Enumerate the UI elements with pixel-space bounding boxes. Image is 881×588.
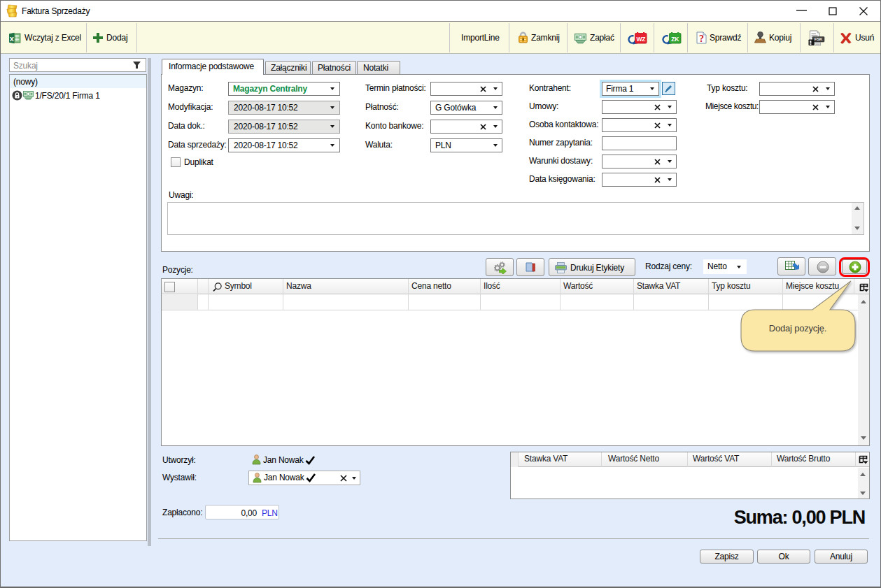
svg-text:FSK: FSK <box>815 37 823 41</box>
svg-text:Dodaj pozycję.: Dodaj pozycję. <box>769 323 826 334</box>
svg-text:?: ? <box>699 34 704 44</box>
svg-text:ZK: ZK <box>671 36 679 43</box>
svg-text:WZ: WZ <box>636 36 645 43</box>
